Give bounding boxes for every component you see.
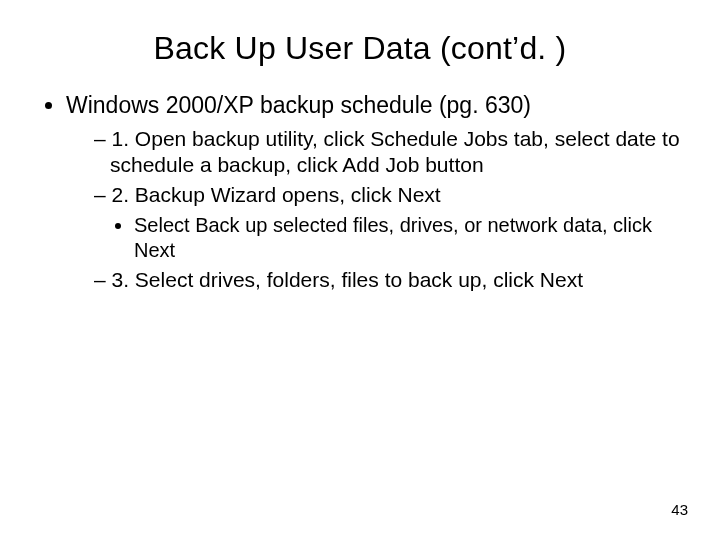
page-number: 43 xyxy=(671,501,688,518)
bullet-sub2: 2. Backup Wizard opens, click Next xyxy=(94,182,680,208)
bullet-list-level3: Select Back up selected files, drives, o… xyxy=(94,213,680,263)
bullet-list-level2: 1. Open backup utility, click Schedule J… xyxy=(66,126,680,293)
bullet-main: Windows 2000/XP backup schedule (pg. 630… xyxy=(66,91,680,293)
bullet-sub1: 1. Open backup utility, click Schedule J… xyxy=(94,126,680,179)
bullet-main-text: Windows 2000/XP backup schedule (pg. 630… xyxy=(66,92,531,118)
slide: Back Up User Data (cont’d. ) Windows 200… xyxy=(0,0,720,540)
bullet-sub2a: Select Back up selected files, drives, o… xyxy=(134,213,680,263)
slide-title: Back Up User Data (cont’d. ) xyxy=(40,30,680,67)
bullet-sub3: 3. Select drives, folders, files to back… xyxy=(94,267,680,293)
bullet-list-level1: Windows 2000/XP backup schedule (pg. 630… xyxy=(40,91,680,293)
